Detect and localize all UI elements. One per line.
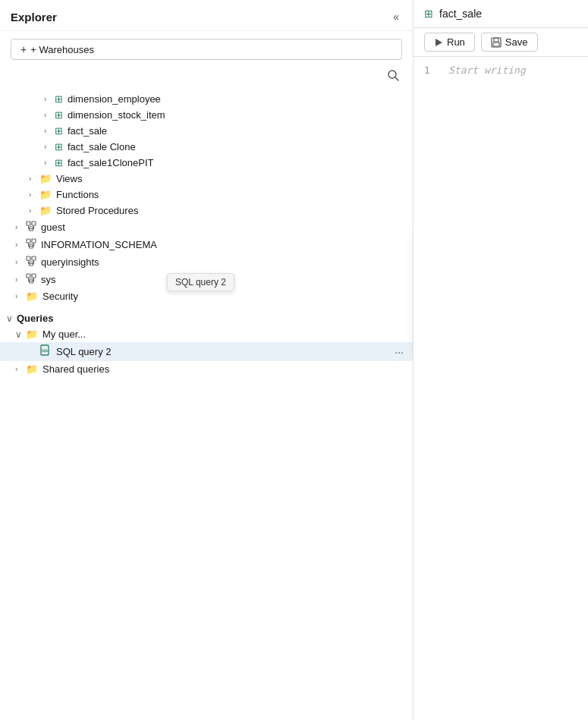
schema-label: guest	[41, 222, 65, 233]
schema-label: queryinsights	[41, 256, 99, 268]
shared-queries-folder[interactable]: › 📁 Shared queries	[0, 361, 413, 377]
save-icon	[491, 37, 502, 48]
shared-queries-label: Shared queries	[42, 363, 109, 375]
svg-marker-40	[435, 39, 442, 46]
svg-rect-17	[32, 256, 36, 260]
svg-rect-42	[494, 38, 498, 42]
active-query-item[interactable]: › SQL SQL query 2 ···	[0, 342, 413, 361]
table-icon: ⊞	[55, 125, 63, 137]
table-row[interactable]: › ⊞ dimension_employee	[0, 91, 413, 107]
folder-label: Views	[56, 173, 82, 184]
chevron-right-icon: ›	[15, 365, 26, 373]
run-icon	[434, 38, 443, 47]
table-label: dimension_stock_item	[68, 109, 165, 121]
editor-tab-header: ⊞ fact_sale	[413, 0, 588, 28]
schema-item-guest[interactable]: › guest	[0, 219, 413, 236]
save-label: Save	[505, 36, 528, 48]
schema-item-information[interactable]: › INFORMATION_SCHEMA	[0, 236, 413, 253]
folder-icon: 📁	[26, 329, 38, 340]
chevron-down-icon: ∨	[6, 313, 17, 324]
chevron-right-icon: ›	[44, 127, 55, 135]
table-tab-icon: ⊞	[424, 8, 433, 20]
chevron-right-icon: ›	[29, 190, 39, 199]
editor-area[interactable]: 1 Start writing	[413, 57, 588, 720]
editor-tab-title: fact_sale	[439, 8, 482, 20]
schema-icon	[26, 256, 36, 269]
table-icon: ⊞	[55, 141, 63, 152]
search-icon	[387, 69, 399, 81]
table-label: fact_sale Clone	[68, 141, 136, 152]
warehouses-button[interactable]: + + Warehouses	[11, 39, 402, 60]
svg-rect-9	[27, 239, 30, 243]
line-number: 1	[424, 64, 439, 712]
chevron-right-icon: ›	[29, 206, 39, 215]
more-options-button[interactable]: ···	[391, 346, 407, 358]
chevron-right-icon: ›	[15, 292, 26, 300]
plus-icon: +	[20, 43, 27, 55]
tooltip: SQL query 2	[167, 273, 234, 291]
table-label: fact_sale	[68, 125, 107, 137]
warehouses-label: + Warehouses	[30, 44, 94, 55]
svg-rect-3	[32, 222, 36, 225]
chevron-right-icon: ›	[29, 174, 39, 183]
editor-toolbar: Run Save	[413, 28, 588, 57]
my-queries-label: My quer...	[42, 329, 86, 340]
svg-rect-24	[32, 274, 36, 278]
run-button[interactable]: Run	[424, 33, 475, 52]
tooltip-text: SQL query 2	[175, 277, 226, 288]
table-label: dimension_employee	[68, 93, 161, 105]
svg-rect-2	[27, 222, 30, 225]
editor-placeholder: Start writing	[448, 64, 526, 712]
functions-folder[interactable]: › 📁 Functions	[0, 187, 413, 203]
folder-icon: 📁	[39, 205, 52, 216]
chevron-right-icon: ›	[44, 159, 55, 167]
chevron-right-icon: ›	[15, 223, 26, 231]
collapse-button[interactable]: «	[390, 9, 402, 24]
sql-file-icon: SQL	[39, 344, 52, 359]
query-name-label: SQL query 2	[56, 346, 112, 357]
queries-section[interactable]: ∨ Queries	[0, 310, 413, 326]
chevron-right-icon: ›	[15, 275, 26, 284]
my-queries-folder[interactable]: ∨ 📁 My quer...	[0, 326, 413, 342]
schema-icon	[26, 221, 36, 234]
tree-container: › ⊞ dimension_employee › ⊞ dimension_sto…	[0, 88, 413, 720]
table-icon: ⊞	[55, 157, 63, 168]
folder-icon: 📁	[26, 291, 38, 302]
chevron-right-icon: ›	[15, 241, 26, 249]
svg-rect-16	[27, 256, 30, 260]
table-row[interactable]: › ⊞ dimension_stock_item	[0, 107, 413, 123]
svg-rect-23	[27, 274, 30, 278]
schema-item-queryinsights[interactable]: › queryinsights	[0, 253, 413, 271]
explorer-panel: Explorer « + + Warehouses › ⊞ dimension_…	[0, 0, 413, 720]
chevron-right-icon: ›	[44, 95, 55, 103]
run-label: Run	[447, 36, 465, 48]
chevron-down-icon: ∨	[15, 329, 26, 340]
folder-label: Stored Procedures	[56, 205, 138, 216]
search-row	[0, 64, 413, 88]
schema-icon	[26, 238, 36, 251]
svg-text:SQL: SQL	[42, 348, 49, 353]
table-row[interactable]: › ⊞ fact_sale	[0, 123, 413, 139]
chevron-right-icon: ›	[15, 258, 26, 266]
table-icon: ⊞	[55, 109, 63, 121]
chevron-right-icon: ›	[44, 111, 55, 119]
schema-icon	[26, 273, 36, 286]
folder-label: Functions	[56, 189, 99, 200]
table-label: fact_sale1ClonePIT	[68, 157, 153, 168]
folder-icon: 📁	[26, 363, 38, 375]
save-button[interactable]: Save	[481, 33, 538, 52]
stored-procedures-folder[interactable]: › 📁 Stored Procedures	[0, 203, 413, 219]
schema-label: INFORMATION_SCHEMA	[41, 239, 157, 250]
explorer-title: Explorer	[11, 11, 57, 24]
editor-panel: ⊞ fact_sale Run Save 1 Start writing	[413, 0, 588, 720]
panel-header: Explorer «	[0, 0, 413, 31]
table-row[interactable]: › ⊞ fact_sale Clone	[0, 139, 413, 155]
folder-icon: 📁	[39, 173, 52, 184]
views-folder[interactable]: › 📁 Views	[0, 171, 413, 187]
table-row[interactable]: › ⊞ fact_sale1ClonePIT	[0, 155, 413, 171]
security-label: Security	[42, 291, 78, 302]
svg-rect-43	[493, 42, 499, 46]
search-button[interactable]	[384, 68, 402, 85]
svg-line-1	[395, 77, 398, 80]
table-icon: ⊞	[55, 93, 63, 105]
